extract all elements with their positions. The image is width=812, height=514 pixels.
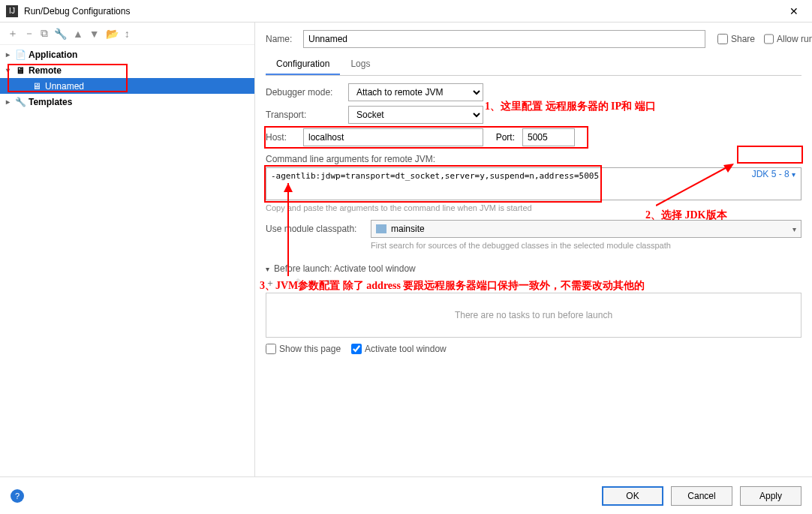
close-icon[interactable]: ✕	[782, 5, 806, 17]
config-toolbar: ＋ － ⧉ 🔧 ▲ ▼ 📂 ↕	[0, 23, 254, 45]
parallel-checkbox[interactable]: Allow running in parallel	[764, 34, 801, 44]
down-icon[interactable]: ▼	[89, 28, 100, 40]
debugger-mode-select[interactable]: Attach to remote JVM	[348, 83, 483, 101]
app-type-icon: 📄	[15, 50, 26, 60]
tree-remote[interactable]: ▾ 🖥 Remote	[0, 62, 254, 78]
classpath-select[interactable]: mainsite ▾	[371, 220, 801, 238]
copy-icon[interactable]: ⧉	[41, 27, 48, 40]
sort-icon[interactable]: ↕	[125, 28, 130, 40]
tab-logs[interactable]: Logs	[340, 54, 380, 75]
chevron-right-icon: ▸	[6, 50, 15, 59]
bl-edit-icon: ✎	[296, 277, 303, 290]
remote-item-icon: 🖥	[32, 81, 42, 92]
right-panel: Name: Share Allow running in parallel Co…	[255, 23, 812, 476]
tree-templates[interactable]: ▸ 🔧 Templates	[0, 94, 254, 110]
settings-icon[interactable]: 🔧	[54, 28, 67, 40]
apply-button[interactable]: Apply	[740, 486, 801, 506]
tab-configuration[interactable]: Configuration	[266, 54, 340, 75]
tree-unnamed[interactable]: 🖥 Unnamed	[0, 78, 254, 94]
chevron-right-icon: ▸	[6, 98, 15, 106]
bl-remove-icon: －	[281, 277, 290, 290]
bl-down-icon: ▼	[324, 277, 333, 290]
remote-type-icon: 🖥	[15, 65, 26, 76]
task-list: There are no tasks to run before launch	[266, 293, 801, 338]
transport-select[interactable]: Socket	[348, 106, 483, 124]
chevron-down-icon: ▾	[266, 265, 269, 273]
window-title: Run/Debug Configurations	[24, 6, 782, 17]
before-launch-header[interactable]: ▾ Before launch: Activate tool window	[266, 263, 801, 274]
activate-window-checkbox[interactable]: Activate tool window	[351, 344, 447, 354]
module-icon	[376, 224, 386, 233]
debugger-mode-label: Debugger mode:	[266, 87, 348, 98]
ok-button[interactable]: OK	[602, 486, 663, 506]
add-icon[interactable]: ＋	[8, 27, 18, 41]
help-icon[interactable]: ?	[11, 489, 24, 503]
classpath-label: Use module classpath:	[266, 224, 371, 234]
jdk-dropdown[interactable]: JDK 5 - 8 ▾	[746, 167, 801, 182]
folder-icon[interactable]: 📂	[106, 28, 119, 40]
show-page-checkbox[interactable]: Show this page	[266, 344, 341, 354]
app-icon: IJ	[6, 5, 18, 17]
titlebar: IJ Run/Debug Configurations ✕	[0, 0, 812, 23]
footer: ? OK Cancel Apply	[0, 476, 812, 514]
left-panel: ＋ － ⧉ 🔧 ▲ ▼ 📂 ↕ ▸ 📄 Application ▾ 🖥 Remo…	[0, 23, 255, 476]
templates-icon: 🔧	[15, 97, 26, 107]
chevron-down-icon: ▾	[792, 170, 795, 179]
bl-up-icon: ▲	[309, 277, 318, 290]
port-label: Port:	[488, 132, 515, 143]
chevron-down-icon: ▾	[6, 66, 15, 74]
cancel-button[interactable]: Cancel	[671, 486, 732, 506]
port-input[interactable]	[522, 128, 575, 146]
name-label: Name:	[266, 34, 303, 44]
tabs: Configuration Logs	[266, 54, 801, 76]
tree-application[interactable]: ▸ 📄 Application	[0, 47, 254, 62]
host-label: Host:	[266, 132, 299, 143]
cmdline-label: Command line arguments for remote JVM:	[266, 154, 801, 164]
cmdline-textarea[interactable]: -agentlib:jdwp=transport=dt_socket,serve…	[266, 167, 801, 200]
config-tree: ▸ 📄 Application ▾ 🖥 Remote 🖥 Unnamed ▸ 🔧…	[0, 45, 254, 476]
chevron-down-icon: ▾	[792, 225, 796, 233]
up-icon[interactable]: ▲	[73, 28, 83, 40]
host-input[interactable]	[303, 128, 483, 146]
name-input[interactable]	[303, 30, 705, 48]
classpath-hint: First search for sources of the debugged…	[371, 241, 708, 250]
before-launch-section: ▾ Before launch: Activate tool window ＋ …	[266, 263, 801, 354]
transport-label: Transport:	[266, 110, 348, 120]
share-checkbox[interactable]: Share	[717, 34, 755, 44]
cmdline-hint: Copy and paste the arguments to the comm…	[266, 203, 801, 212]
remove-icon[interactable]: －	[24, 27, 35, 41]
bl-add-icon[interactable]: ＋	[266, 277, 275, 290]
